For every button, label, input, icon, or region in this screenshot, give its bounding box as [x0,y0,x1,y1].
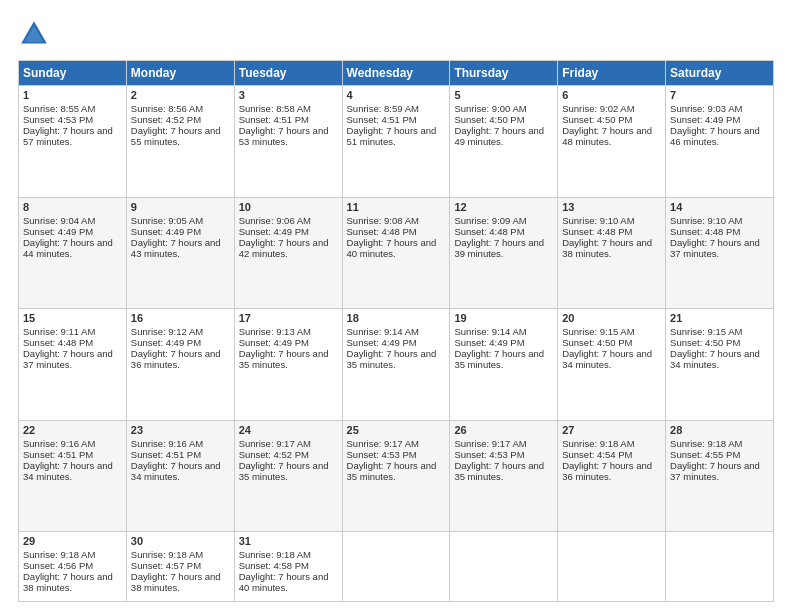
sunset-text: Sunset: 4:48 PM [562,226,661,237]
sunset-text: Sunset: 4:52 PM [239,449,338,460]
calendar-cell: 15Sunrise: 9:11 AMSunset: 4:48 PMDayligh… [19,309,127,421]
calendar-cell: 9Sunrise: 9:05 AMSunset: 4:49 PMDaylight… [126,197,234,309]
sunset-text: Sunset: 4:48 PM [23,337,122,348]
sunset-text: Sunset: 4:53 PM [454,449,553,460]
daylight-text: Daylight: 7 hours and 39 minutes. [454,237,553,259]
sunset-text: Sunset: 4:48 PM [454,226,553,237]
sunrise-text: Sunrise: 9:06 AM [239,215,338,226]
sunrise-text: Sunrise: 9:15 AM [562,326,661,337]
col-header-sunday: Sunday [19,61,127,86]
col-header-wednesday: Wednesday [342,61,450,86]
sunrise-text: Sunrise: 9:00 AM [454,103,553,114]
calendar-cell: 13Sunrise: 9:10 AMSunset: 4:48 PMDayligh… [558,197,666,309]
week-row-3: 15Sunrise: 9:11 AMSunset: 4:48 PMDayligh… [19,309,774,421]
calendar-cell: 14Sunrise: 9:10 AMSunset: 4:48 PMDayligh… [666,197,774,309]
daylight-text: Daylight: 7 hours and 48 minutes. [562,125,661,147]
daylight-text: Daylight: 7 hours and 51 minutes. [347,125,446,147]
sunrise-text: Sunrise: 8:58 AM [239,103,338,114]
sunrise-text: Sunrise: 9:18 AM [239,549,338,560]
sunset-text: Sunset: 4:50 PM [562,337,661,348]
calendar-cell: 21Sunrise: 9:15 AMSunset: 4:50 PMDayligh… [666,309,774,421]
day-number: 20 [562,312,661,324]
daylight-text: Daylight: 7 hours and 40 minutes. [347,237,446,259]
sunset-text: Sunset: 4:48 PM [347,226,446,237]
daylight-text: Daylight: 7 hours and 34 minutes. [670,348,769,370]
sunrise-text: Sunrise: 9:15 AM [670,326,769,337]
sunrise-text: Sunrise: 9:16 AM [131,438,230,449]
sunrise-text: Sunrise: 9:18 AM [23,549,122,560]
calendar-cell [342,532,450,602]
day-number: 31 [239,535,338,547]
day-number: 17 [239,312,338,324]
logo [18,18,54,50]
calendar-cell: 18Sunrise: 9:14 AMSunset: 4:49 PMDayligh… [342,309,450,421]
sunset-text: Sunset: 4:56 PM [23,560,122,571]
sunset-text: Sunset: 4:49 PM [23,226,122,237]
col-header-tuesday: Tuesday [234,61,342,86]
sunset-text: Sunset: 4:57 PM [131,560,230,571]
daylight-text: Daylight: 7 hours and 55 minutes. [131,125,230,147]
day-number: 10 [239,201,338,213]
sunset-text: Sunset: 4:49 PM [347,337,446,348]
calendar-cell: 19Sunrise: 9:14 AMSunset: 4:49 PMDayligh… [450,309,558,421]
daylight-text: Daylight: 7 hours and 38 minutes. [562,237,661,259]
day-number: 25 [347,424,446,436]
week-row-4: 22Sunrise: 9:16 AMSunset: 4:51 PMDayligh… [19,420,774,532]
sunset-text: Sunset: 4:49 PM [239,226,338,237]
sunrise-text: Sunrise: 9:14 AM [454,326,553,337]
daylight-text: Daylight: 7 hours and 35 minutes. [239,460,338,482]
sunset-text: Sunset: 4:51 PM [347,114,446,125]
sunrise-text: Sunrise: 9:17 AM [347,438,446,449]
sunrise-text: Sunrise: 9:18 AM [562,438,661,449]
day-number: 30 [131,535,230,547]
calendar-cell: 6Sunrise: 9:02 AMSunset: 4:50 PMDaylight… [558,86,666,198]
sunset-text: Sunset: 4:51 PM [239,114,338,125]
week-row-5: 29Sunrise: 9:18 AMSunset: 4:56 PMDayligh… [19,532,774,602]
daylight-text: Daylight: 7 hours and 35 minutes. [454,348,553,370]
day-number: 2 [131,89,230,101]
calendar-cell [558,532,666,602]
col-header-friday: Friday [558,61,666,86]
day-number: 21 [670,312,769,324]
daylight-text: Daylight: 7 hours and 35 minutes. [239,348,338,370]
daylight-text: Daylight: 7 hours and 35 minutes. [347,460,446,482]
daylight-text: Daylight: 7 hours and 34 minutes. [562,348,661,370]
calendar-cell: 28Sunrise: 9:18 AMSunset: 4:55 PMDayligh… [666,420,774,532]
week-row-1: 1Sunrise: 8:55 AMSunset: 4:53 PMDaylight… [19,86,774,198]
day-number: 13 [562,201,661,213]
sunset-text: Sunset: 4:51 PM [23,449,122,460]
sunrise-text: Sunrise: 9:18 AM [670,438,769,449]
calendar-cell: 4Sunrise: 8:59 AMSunset: 4:51 PMDaylight… [342,86,450,198]
sunrise-text: Sunrise: 9:10 AM [562,215,661,226]
sunrise-text: Sunrise: 9:16 AM [23,438,122,449]
day-number: 1 [23,89,122,101]
day-number: 3 [239,89,338,101]
day-number: 15 [23,312,122,324]
day-number: 26 [454,424,553,436]
sunset-text: Sunset: 4:50 PM [670,337,769,348]
sunrise-text: Sunrise: 9:04 AM [23,215,122,226]
sunrise-text: Sunrise: 9:13 AM [239,326,338,337]
sunrise-text: Sunrise: 9:10 AM [670,215,769,226]
sunrise-text: Sunrise: 8:59 AM [347,103,446,114]
sunset-text: Sunset: 4:48 PM [670,226,769,237]
sunset-text: Sunset: 4:49 PM [131,226,230,237]
daylight-text: Daylight: 7 hours and 49 minutes. [454,125,553,147]
daylight-text: Daylight: 7 hours and 37 minutes. [670,460,769,482]
day-number: 9 [131,201,230,213]
calendar-cell: 25Sunrise: 9:17 AMSunset: 4:53 PMDayligh… [342,420,450,532]
daylight-text: Daylight: 7 hours and 37 minutes. [670,237,769,259]
daylight-text: Daylight: 7 hours and 53 minutes. [239,125,338,147]
daylight-text: Daylight: 7 hours and 36 minutes. [131,348,230,370]
calendar-cell: 16Sunrise: 9:12 AMSunset: 4:49 PMDayligh… [126,309,234,421]
day-number: 22 [23,424,122,436]
sunset-text: Sunset: 4:53 PM [347,449,446,460]
daylight-text: Daylight: 7 hours and 46 minutes. [670,125,769,147]
sunrise-text: Sunrise: 9:17 AM [454,438,553,449]
calendar-cell [450,532,558,602]
calendar-cell: 30Sunrise: 9:18 AMSunset: 4:57 PMDayligh… [126,532,234,602]
calendar-cell: 24Sunrise: 9:17 AMSunset: 4:52 PMDayligh… [234,420,342,532]
daylight-text: Daylight: 7 hours and 38 minutes. [23,571,122,593]
calendar-cell: 3Sunrise: 8:58 AMSunset: 4:51 PMDaylight… [234,86,342,198]
sunset-text: Sunset: 4:53 PM [23,114,122,125]
